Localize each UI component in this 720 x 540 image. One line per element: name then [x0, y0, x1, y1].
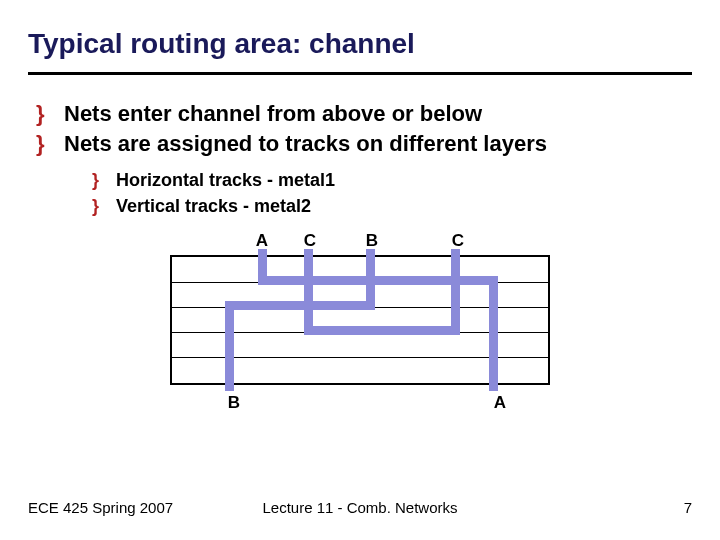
pin-label-top-c1: C: [304, 231, 316, 251]
slide-title: Typical routing area: channel: [28, 28, 692, 60]
footer-right: 7: [684, 499, 692, 516]
bullet-1: Nets enter channel from above or below: [36, 99, 692, 129]
channel-routing-diagram: A C B C B A: [170, 233, 550, 411]
wire-net-c-v2: [451, 249, 460, 335]
wire-net-b-top: [366, 249, 375, 310]
title-divider: [28, 72, 692, 75]
subbullet-1: Horizontal tracks - metal1: [92, 168, 692, 193]
slide-footer: ECE 425 Spring 2007 Lecture 11 - Comb. N…: [28, 499, 692, 516]
subbullet-2: Vertical tracks - metal2: [92, 194, 692, 219]
wire-net-c-h: [304, 326, 460, 335]
pin-label-bot-b: B: [228, 393, 240, 413]
wire-net-a-h: [258, 276, 498, 285]
bullet-2: Nets are assigned to tracks on different…: [36, 129, 692, 219]
wire-net-b-bot: [225, 301, 234, 391]
footer-left: ECE 425 Spring 2007: [28, 499, 173, 516]
wire-net-a-top: [258, 249, 267, 285]
bullet-2-text: Nets are assigned to tracks on different…: [64, 131, 547, 156]
pin-label-bot-a: A: [494, 393, 506, 413]
pin-label-top-c2: C: [452, 231, 464, 251]
pin-label-top-a: A: [256, 231, 268, 251]
wire-net-c-v1: [304, 249, 313, 335]
wire-net-b-h: [225, 301, 375, 310]
pin-label-top-b: B: [366, 231, 378, 251]
wire-net-a-bot: [489, 276, 498, 391]
footer-center: Lecture 11 - Comb. Networks: [262, 499, 457, 516]
